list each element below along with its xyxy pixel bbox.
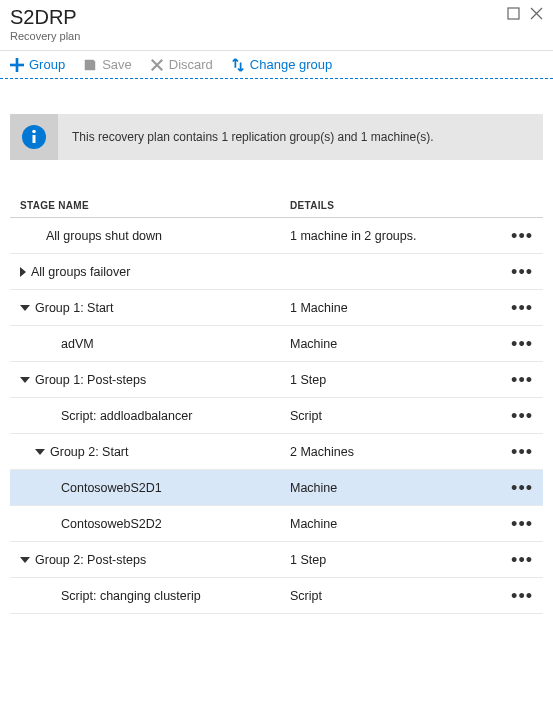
info-icon <box>10 114 58 160</box>
svg-point-5 <box>32 130 36 134</box>
details-cell: 1 Step <box>290 373 511 387</box>
col-details: DETAILS <box>290 200 533 211</box>
table-row[interactable]: Script: addloadbalancerScript••• <box>10 398 543 434</box>
row-menu-icon[interactable]: ••• <box>511 593 533 599</box>
row-menu-icon[interactable]: ••• <box>511 377 533 383</box>
details-cell: 1 machine in 2 groups. <box>290 229 511 243</box>
table-row[interactable]: All groups failover••• <box>10 254 543 290</box>
maximize-icon[interactable] <box>507 7 520 23</box>
panel-subtitle: Recovery plan <box>10 30 543 42</box>
stage-name-cell: All groups shut down <box>20 229 290 243</box>
stage-name-cell: adVM <box>20 337 290 351</box>
window-controls <box>507 7 543 23</box>
table-row[interactable]: ContosowebS2D2Machine••• <box>10 506 543 542</box>
close-icon[interactable] <box>530 7 543 23</box>
chevron-right-icon[interactable] <box>20 267 26 277</box>
chevron-down-icon[interactable] <box>35 449 45 455</box>
discard-button[interactable]: Discard <box>150 57 213 72</box>
table-row[interactable]: Group 1: Start1 Machine••• <box>10 290 543 326</box>
stage-name-label: Group 2: Start <box>50 445 129 459</box>
table-row[interactable]: All groups shut down1 machine in 2 group… <box>10 218 543 254</box>
table-row[interactable]: Group 2: Post-steps1 Step••• <box>10 542 543 578</box>
details-cell: Machine <box>290 517 511 531</box>
table-row[interactable]: Group 1: Post-steps1 Step••• <box>10 362 543 398</box>
row-menu-icon[interactable]: ••• <box>511 557 533 563</box>
table-row[interactable]: adVMMachine••• <box>10 326 543 362</box>
stage-name-label: All groups failover <box>31 265 130 279</box>
table-row[interactable]: Group 2: Start2 Machines••• <box>10 434 543 470</box>
details-cell: 2 Machines <box>290 445 511 459</box>
stage-name-label: Group 1: Start <box>35 301 114 315</box>
panel-title: S2DRP <box>10 6 543 29</box>
stage-name-cell: Group 1: Start <box>20 301 290 315</box>
stage-name-label: Script: changing clusterip <box>61 589 201 603</box>
save-label: Save <box>102 57 132 72</box>
table-header: STAGE NAME DETAILS <box>10 194 543 218</box>
row-menu-icon[interactable]: ••• <box>511 305 533 311</box>
stage-name-label: ContosowebS2D1 <box>61 481 162 495</box>
details-cell: Script <box>290 589 511 603</box>
stage-name-label: adVM <box>61 337 94 351</box>
toolbar: Group Save Discard Change group <box>0 51 553 79</box>
stage-name-cell: Script: changing clusterip <box>20 589 290 603</box>
stage-name-cell: All groups failover <box>20 265 290 279</box>
stage-name-label: Script: addloadbalancer <box>61 409 192 423</box>
stage-name-label: All groups shut down <box>46 229 162 243</box>
details-cell: Machine <box>290 337 511 351</box>
details-cell: 1 Machine <box>290 301 511 315</box>
group-label: Group <box>29 57 65 72</box>
stage-name-cell: Group 1: Post-steps <box>20 373 290 387</box>
row-menu-icon[interactable]: ••• <box>511 485 533 491</box>
discard-label: Discard <box>169 57 213 72</box>
info-text: This recovery plan contains 1 replicatio… <box>58 130 434 144</box>
chevron-down-icon[interactable] <box>20 557 30 563</box>
col-stage-name: STAGE NAME <box>20 200 290 211</box>
chevron-down-icon[interactable] <box>20 377 30 383</box>
stage-name-cell: ContosowebS2D1 <box>20 481 290 495</box>
table-row[interactable]: Script: changing clusteripScript••• <box>10 578 543 614</box>
row-menu-icon[interactable]: ••• <box>511 341 533 347</box>
details-cell: Script <box>290 409 511 423</box>
row-menu-icon[interactable]: ••• <box>511 233 533 239</box>
stage-name-label: Group 2: Post-steps <box>35 553 146 567</box>
row-menu-icon[interactable]: ••• <box>511 413 533 419</box>
table-row[interactable]: ContosowebS2D1Machine••• <box>10 470 543 506</box>
stage-name-cell: Group 2: Post-steps <box>20 553 290 567</box>
panel-header: S2DRP Recovery plan <box>0 0 553 51</box>
stage-name-cell: Script: addloadbalancer <box>20 409 290 423</box>
row-menu-icon[interactable]: ••• <box>511 269 533 275</box>
change-group-button[interactable]: Change group <box>231 57 332 72</box>
svg-rect-2 <box>10 63 24 66</box>
chevron-down-icon[interactable] <box>20 305 30 311</box>
stage-name-cell: Group 2: Start <box>20 445 290 459</box>
details-cell: Machine <box>290 481 511 495</box>
svg-rect-4 <box>33 135 36 143</box>
row-menu-icon[interactable]: ••• <box>511 449 533 455</box>
stage-name-cell: ContosowebS2D2 <box>20 517 290 531</box>
stage-name-label: Group 1: Post-steps <box>35 373 146 387</box>
change-group-label: Change group <box>250 57 332 72</box>
rows-container: All groups shut down1 machine in 2 group… <box>10 218 543 614</box>
stage-name-label: ContosowebS2D2 <box>61 517 162 531</box>
svg-rect-0 <box>508 8 519 19</box>
save-button[interactable]: Save <box>83 57 132 72</box>
row-menu-icon[interactable]: ••• <box>511 521 533 527</box>
stages-table: STAGE NAME DETAILS All groups shut down1… <box>10 194 543 614</box>
info-banner: This recovery plan contains 1 replicatio… <box>10 114 543 160</box>
group-button[interactable]: Group <box>10 57 65 72</box>
details-cell: 1 Step <box>290 553 511 567</box>
